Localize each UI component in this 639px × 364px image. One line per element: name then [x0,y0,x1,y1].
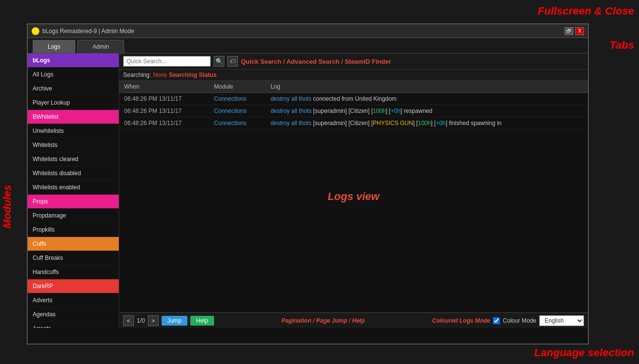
none-text: None [153,72,167,78]
log-part: ] [ [413,120,418,127]
table-row: 06:48:26 PM 13/11/17Connectionsdestroy a… [119,117,588,129]
search-input[interactable] [123,56,211,67]
sidebar-item-archive[interactable]: Archive [28,82,119,96]
sidebar-item-whitelists-cleared[interactable]: Whitelists cleared [28,152,119,166]
sidebar-item-all-logs[interactable]: All Logs [28,68,119,82]
main-window: 🛡 bLogs Remastered-9 | Admin Mode 🗗 X Lo… [27,23,589,345]
cell-log: destroy all thots [superadmin] [Citizen]… [266,117,588,129]
sidebar-item-bwhitelist[interactable]: BWhitelist [28,110,119,124]
close-button[interactable]: X [575,27,584,35]
sidebar-item-cuff-breaks[interactable]: Cuff Breaks [28,251,119,265]
status-text: Searching Status [169,72,217,78]
log-part: +0h [391,108,401,114]
sidebar-item-darkrp[interactable]: DarkRP [28,279,119,293]
log-part: +0h [436,120,445,127]
cell-module: Connections [209,105,266,117]
log-table: When Module Log 06:48:26 PM 13/11/17Conn… [119,81,588,129]
sidebar-item-agendas[interactable]: Agendas [28,308,119,322]
col-header-log: Log [266,81,588,93]
page-info: 1/0 [137,317,145,324]
minimize-button[interactable]: 🗗 [565,27,573,35]
sidebar-item-whitelists[interactable]: Whitelists [28,138,119,152]
log-part: [superadmin] [Citizen] [ [311,120,373,127]
table-row: 06:48:26 PM 13/11/17Connectionsdestroy a… [119,105,588,117]
main-panel: 🔍 🏷 Quick Search / Advanced Search / Ste… [119,54,588,328]
tab-bar: Logs Admin [28,38,588,54]
sidebar-item-blogs[interactable]: bLogs [28,54,119,68]
help-button[interactable]: Help [190,316,214,326]
sidebar-item-adverts[interactable]: Adverts [28,293,119,308]
log-part: destroy all thots [271,108,311,114]
log-part: PHYSICS GUN [373,120,413,127]
sidebar-item-handcuffs[interactable]: Handcuffs [28,265,119,279]
sidebar-item-cuffs[interactable]: Cuffs [28,237,119,251]
colour-logs-mode-label: Coloured Logs Mode [432,317,490,324]
table-row: 06:48:26 PM 13/11/17Connectionsdestroy a… [119,93,588,105]
log-part: destroy all thots [271,95,311,102]
sidebar-item-propdamage[interactable]: Propdamage [28,209,119,223]
log-part: ] [ [386,108,391,114]
cell-log: destroy all thots [superadmin] [Citizen]… [266,105,588,117]
sidebar-item-whitelists-enabled[interactable]: Whitelists enabled [28,181,119,195]
searching-label: Searching: [123,72,151,78]
cell-when: 06:48:26 PM 13/11/17 [119,93,209,105]
cell-when: 06:48:26 PM 13/11/17 [119,105,209,117]
log-part: ] respawned [401,108,432,114]
log-content-wrapper: When Module Log 06:48:26 PM 13/11/17Conn… [119,81,588,312]
cell-module: Connections [209,93,266,105]
sidebar-item-arrests[interactable]: Arrests [28,322,119,328]
content-area: bLogs All Logs Archive Player Lookup BWh… [28,54,588,328]
language-select[interactable]: English French German Spanish Russian [539,315,584,326]
search-title: Quick Search / Advanced Search / SteamID… [241,58,391,65]
tabs-corner-label: Tabs [609,39,634,52]
jump-button[interactable]: Jump [162,316,187,326]
window-icon: 🛡 [32,27,39,35]
tab-admin[interactable]: Admin [77,40,124,53]
tab-logs[interactable]: Logs [33,40,75,53]
col-header-module: Module [209,81,266,93]
sidebar-item-player-lookup[interactable]: Player Lookup [28,96,119,110]
title-bar-controls: 🗗 X [565,27,584,35]
searching-status-bar: Searching: None Searching Status [119,70,588,81]
log-part: ] [ [431,120,436,127]
modules-corner-label: Modules [1,185,14,228]
prev-page-button[interactable]: < [123,315,134,326]
log-part: destroy all thots [271,120,311,127]
cell-module: Connections [209,117,266,129]
cell-log: destroy all thots connected from United … [266,93,588,105]
sidebar: bLogs All Logs Archive Player Lookup BWh… [28,54,119,328]
sidebar-item-propkills[interactable]: Propkills [28,223,119,237]
log-part: 100h [418,120,431,127]
log-part: connected from [311,95,355,102]
language-selection-corner-label: Language selection [534,346,634,359]
log-part: [superadmin] [Citizen] [ [311,108,373,114]
log-part: United Kingdom [355,95,396,102]
bottom-bar: < 1/0 > Jump Help Pagination / Page Jump… [119,312,588,328]
log-table-container[interactable]: When Module Log 06:48:26 PM 13/11/17Conn… [119,81,588,312]
cell-when: 06:48:26 PM 13/11/17 [119,117,209,129]
log-part: ] finished spawning in [446,120,502,127]
sidebar-item-props[interactable]: Props [28,195,119,209]
colour-mode-checkbox[interactable] [493,317,500,324]
title-bar: 🛡 bLogs Remastered-9 | Admin Mode 🗗 X [28,24,588,38]
search-button[interactable]: 🔍 [214,56,224,67]
sidebar-item-whitelists-disabled[interactable]: Whitelists disabled [28,166,119,181]
tag-button[interactable]: 🏷 [227,56,238,67]
log-part: 100h [373,108,386,114]
search-bar: 🔍 🏷 Quick Search / Advanced Search / Ste… [119,54,588,70]
window-title: bLogs Remastered-9 | Admin Mode [42,28,565,35]
colour-mode-text: Colour Mode [503,317,536,324]
pagination-label: Pagination / Page Jump / Help [217,317,429,324]
next-page-button[interactable]: > [148,315,159,326]
col-header-when: When [119,81,209,93]
fullscreen-close-label: Fullscreen & Close [538,5,634,18]
sidebar-item-unwhitelists[interactable]: Unwhitelists [28,124,119,138]
